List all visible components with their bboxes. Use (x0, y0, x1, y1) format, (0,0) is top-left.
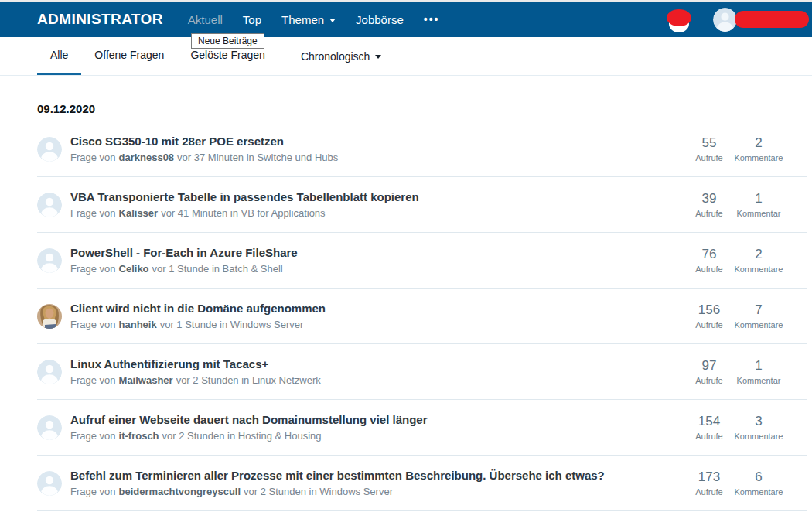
meta-prefix: Frage von (70, 152, 116, 163)
nav-item-top[interactable]: Top (233, 2, 271, 37)
tab-offene-fragen[interactable]: Offene Fragen (81, 37, 177, 75)
views-stat: 173 Aufrufe (684, 469, 734, 497)
avatar[interactable] (37, 415, 62, 440)
thread-title[interactable]: Client wird nicht in die Domäne aufgenom… (70, 302, 326, 316)
nav-item-themen[interactable]: Themen (271, 2, 346, 37)
comments-label: Kommentare (734, 487, 783, 497)
views-label: Aufrufe (684, 487, 734, 497)
thread-title[interactable]: VBA Transponierte Tabelle in passendes T… (70, 190, 419, 204)
comments-count: 2 (734, 247, 783, 262)
nav-item-label: Themen (281, 13, 324, 26)
sort-dropdown[interactable]: Chronologisch (301, 37, 382, 75)
thread-title[interactable]: PowerShell - For-Each in Azure FileShare (70, 246, 298, 260)
thread-stats: 39 Aufrufe 1 Kommentar (684, 191, 783, 218)
comments-count: 2 (734, 135, 783, 151)
nav-item-label: Aktuell (188, 13, 223, 26)
thread-text-block: Aufruf einer Webseite dauert nach Domain… (70, 413, 427, 442)
avatar[interactable] (37, 360, 62, 384)
chevron-down-icon (329, 19, 336, 22)
main-nav: Aktuell Top Themen Jobbörse ••• (178, 2, 450, 37)
thread-author[interactable]: darkness08 (119, 152, 175, 163)
meta-rest: vor 1 Stunde in Batch & Shell (152, 263, 283, 275)
person-icon (713, 8, 737, 32)
thread-title[interactable]: Cisco SG350-10 mit 28er POE ersetzen (70, 135, 338, 149)
thread-text-block: PowerShell - For-Each in Azure FileShare… (70, 246, 298, 275)
comments-stat: 7 Kommentare (734, 302, 783, 329)
thread-author[interactable]: it-frosch (119, 430, 159, 442)
views-label: Aufrufe (684, 209, 734, 218)
more-menu-button[interactable]: ••• (414, 2, 450, 37)
thread-row[interactable]: PowerShell - For-Each in Azure FileShare… (37, 233, 807, 289)
thread-stats: 156 Aufrufe 7 Kommentare (684, 302, 783, 329)
thread-stats: 154 Aufrufe 3 Kommentare (684, 414, 783, 441)
meta-prefix: Frage von (70, 374, 116, 386)
thread-text-block: Cisco SG350-10 mit 28er POE ersetzen Fra… (70, 135, 338, 163)
comments-count: 7 (734, 302, 783, 318)
user-avatar[interactable] (713, 8, 737, 32)
comments-label: Kommentare (734, 265, 783, 274)
thread-list: Cisco SG350-10 mit 28er POE ersetzen Fra… (37, 121, 807, 511)
redacted-username (735, 11, 809, 28)
thread-author[interactable]: Mailwasher (119, 374, 173, 386)
thread-title[interactable]: Linux Authentifizierung mit Tacacs+ (70, 357, 321, 371)
avatar[interactable] (37, 137, 62, 162)
meta-prefix: Frage von (70, 207, 116, 219)
thread-row[interactable]: Befehl zum Terminieren aller Prozesse mi… (37, 456, 807, 511)
default-avatar-icon (37, 360, 62, 384)
meta-prefix: Frage von (70, 263, 116, 275)
tab-label: Alle (50, 49, 68, 61)
thread-author[interactable]: Kalisser (119, 207, 159, 219)
thread-title[interactable]: Befehl zum Terminieren aller Prozesse mi… (70, 469, 605, 483)
avatar[interactable] (37, 304, 62, 329)
thread-row[interactable]: Cisco SG350-10 mit 28er POE ersetzen Fra… (37, 121, 807, 177)
views-count: 156 (684, 302, 734, 318)
thread-meta: Frage vonCelikovor 1 Stunde in Batch & S… (70, 263, 298, 275)
thread-title[interactable]: Aufruf einer Webseite dauert nach Domain… (70, 413, 427, 427)
thread-row[interactable]: Aufruf einer Webseite dauert nach Domain… (37, 400, 807, 456)
thread-row[interactable]: Client wird nicht in die Domäne aufgenom… (37, 289, 807, 344)
tab-label: Gelöste Fragen (190, 49, 265, 61)
thread-meta: Frage vonMailwashervor 2 Stunden in Linu… (70, 374, 321, 386)
meta-rest: vor 2 Stunden in Windows Server (244, 486, 393, 497)
site-logo[interactable]: ADMINISTRATOR (37, 11, 163, 28)
default-avatar-icon (37, 248, 62, 273)
thread-text-block: Linux Authentifizierung mit Tacacs+ Frag… (70, 357, 321, 386)
meta-rest: vor 2 Stunden in Hosting & Housing (162, 430, 322, 442)
nav-item-aktuell[interactable]: Aktuell (178, 2, 233, 37)
comments-count: 1 (734, 191, 783, 207)
views-stat: 55 Aufrufe (684, 135, 734, 162)
comments-label: Kommentare (734, 320, 783, 329)
views-stat: 97 Aufrufe (684, 358, 734, 385)
comments-stat: 2 Kommentare (734, 135, 783, 162)
meta-rest: vor 1 Stunde in Windows Server (160, 319, 304, 330)
nav-item-label: Top (243, 13, 261, 26)
views-count: 173 (684, 469, 734, 485)
comments-count: 6 (734, 469, 783, 485)
comments-stat: 2 Kommentare (734, 247, 783, 274)
thread-row[interactable]: Linux Authentifizierung mit Tacacs+ Frag… (37, 344, 807, 400)
thread-author[interactable]: beidermachtvongreyscull (119, 486, 241, 497)
tab-alle[interactable]: Alle (37, 37, 81, 75)
views-label: Aufrufe (684, 320, 734, 329)
thread-row[interactable]: VBA Transponierte Tabelle in passendes T… (37, 177, 807, 233)
meta-prefix: Frage von (70, 486, 116, 497)
tabbar-divider (285, 47, 285, 66)
views-count: 97 (684, 358, 734, 374)
ellipsis-icon: ••• (424, 13, 440, 26)
default-avatar-icon (37, 193, 62, 217)
meta-prefix: Frage von (70, 319, 116, 330)
views-stat: 156 Aufrufe (684, 302, 734, 329)
nav-item-jobboerse[interactable]: Jobbörse (346, 2, 414, 37)
redacted-badge (667, 6, 691, 32)
chevron-down-icon (375, 55, 381, 59)
thread-meta: Frage vonit-froschvor 2 Stunden in Hosti… (70, 430, 427, 442)
avatar[interactable] (37, 193, 62, 217)
avatar[interactable] (37, 471, 62, 496)
thread-author[interactable]: Celiko (119, 263, 149, 275)
views-stat: 76 Aufrufe (684, 247, 734, 274)
views-count: 154 (684, 414, 734, 429)
thread-author[interactable]: hanheik (119, 319, 157, 330)
header-right-group (667, 6, 809, 32)
avatar[interactable] (37, 248, 62, 273)
meta-rest: vor 41 Minuten in VB for Applications (161, 207, 325, 219)
